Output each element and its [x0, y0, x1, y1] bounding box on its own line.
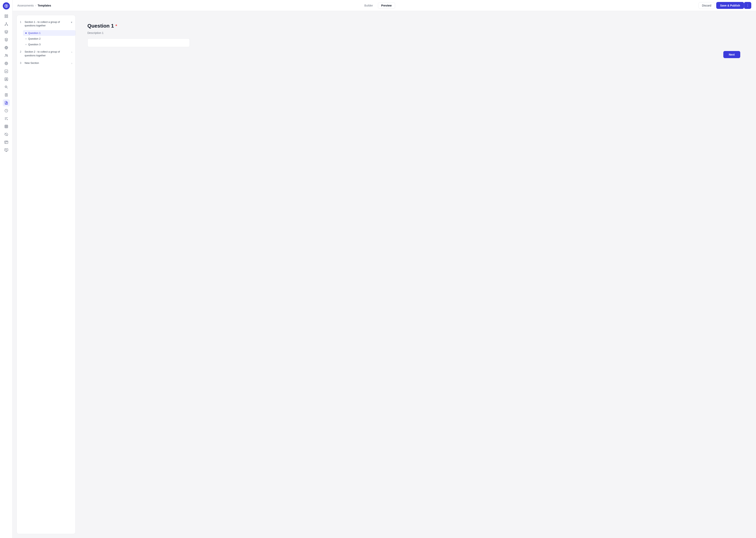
section-item-1[interactable]: 1 Section 1 - to collect a group of ques…	[17, 18, 75, 29]
svg-point-1	[6, 5, 7, 7]
question-description: Description 1	[87, 31, 740, 34]
svg-point-8	[7, 25, 8, 26]
section-item-3[interactable]: 3 New Section ›	[17, 59, 75, 67]
question-1-label: Question 1	[28, 31, 41, 34]
more-options-button[interactable]: ⋮	[744, 2, 751, 9]
svg-point-6	[6, 23, 7, 23]
question-1-dot	[25, 32, 26, 34]
tab-builder[interactable]: Builder	[361, 3, 376, 9]
nav-monitor-icon[interactable]	[3, 146, 10, 154]
question-item-3[interactable]: Question 3	[23, 41, 75, 47]
header-actions: Discard Save & Publish ⋮	[698, 2, 751, 9]
nav-grid-icon[interactable]	[3, 13, 10, 20]
sections-panel: 1 Section 1 - to collect a group of ques…	[17, 15, 75, 534]
section-2-title: Section 2 - to collect a group of questi…	[24, 50, 70, 57]
svg-point-17	[6, 79, 7, 80]
svg-rect-19	[5, 93, 8, 96]
content-area: 1 Section 1 - to collect a group of ques…	[13, 11, 756, 538]
required-star: *	[116, 24, 117, 28]
section-3-number: 3	[20, 62, 23, 64]
svg-rect-24	[5, 141, 8, 143]
save-publish-button[interactable]: Save & Publish	[716, 2, 744, 9]
svg-rect-5	[7, 17, 8, 18]
section-1-questions: Question 1 Question 2 Question 3	[17, 29, 75, 48]
question-view: Question 1 * Description 1 Next	[75, 15, 752, 534]
nav-file-lock-icon[interactable]	[3, 99, 10, 106]
section-1-number: 1	[20, 21, 23, 24]
svg-rect-23	[5, 125, 8, 128]
svg-point-7	[5, 25, 5, 26]
breadcrumb-current: Templates	[38, 4, 51, 7]
breadcrumb: Assessments › Templates	[17, 4, 51, 7]
nav-doc-scan-icon[interactable]	[3, 91, 10, 98]
nav-list-add-icon[interactable]	[3, 115, 10, 122]
section-3-chevron: ›	[71, 62, 72, 65]
svg-point-14	[6, 63, 7, 64]
question-item-1[interactable]: Question 1	[23, 30, 75, 36]
tab-bar: Builder Preview	[361, 3, 395, 9]
nav-search-icon[interactable]	[3, 83, 10, 91]
svg-rect-4	[5, 17, 6, 18]
section-2-chevron: ›	[71, 50, 72, 54]
breadcrumb-parent[interactable]: Assessments	[17, 4, 34, 7]
nav-badge-icon[interactable]	[3, 107, 10, 114]
app-logo[interactable]	[3, 2, 10, 10]
svg-point-11	[7, 55, 8, 55]
svg-rect-21	[6, 103, 7, 104]
discard-button[interactable]: Discard	[698, 2, 714, 9]
tab-preview[interactable]: Preview	[378, 3, 395, 9]
svg-point-10	[5, 54, 6, 55]
nav-layers-icon[interactable]	[3, 36, 10, 43]
nav-profile-icon[interactable]	[3, 76, 10, 83]
nav-cube-icon[interactable]	[3, 28, 10, 35]
svg-rect-16	[5, 78, 8, 81]
nav-hierarchy-icon[interactable]	[3, 21, 10, 27]
nav-globe-icon[interactable]	[3, 44, 10, 51]
section-item-2[interactable]: 2 Section 2 - to collect a group of ques…	[17, 48, 75, 59]
section-1-title: Section 1 - to collect a group of questi…	[24, 20, 69, 27]
svg-rect-15	[5, 70, 8, 73]
svg-rect-3	[7, 15, 8, 16]
nav-reports-icon[interactable]	[3, 68, 10, 75]
svg-rect-2	[5, 15, 6, 16]
nav-target-icon[interactable]	[3, 60, 10, 67]
question-2-label: Question 2	[28, 37, 41, 40]
svg-point-20	[6, 94, 7, 95]
question-2-dot	[25, 38, 26, 39]
next-button[interactable]: Next	[723, 51, 740, 58]
question-title-area: Question 1 *	[87, 23, 740, 29]
nav-table2-icon[interactable]	[3, 139, 10, 146]
question-item-2[interactable]: Question 2	[23, 36, 75, 41]
question-title-text: Question 1	[87, 23, 114, 29]
section-1-chevron: ▾	[71, 21, 72, 24]
header: Assessments › Templates Builder Preview …	[13, 0, 756, 11]
nav-table-icon[interactable]	[3, 123, 10, 130]
nav-team-icon[interactable]	[3, 52, 10, 59]
section-3-title: New Section	[24, 61, 39, 65]
section-2-number: 2	[20, 50, 23, 53]
main-area: Assessments › Templates Builder Preview …	[13, 0, 756, 538]
question-3-label: Question 3	[28, 43, 41, 46]
nav-eye-off-icon[interactable]	[3, 131, 10, 138]
breadcrumb-separator: ›	[35, 4, 36, 7]
sidebar	[0, 0, 13, 538]
question-3-dot	[25, 44, 26, 45]
question-text-input[interactable]	[87, 38, 190, 47]
